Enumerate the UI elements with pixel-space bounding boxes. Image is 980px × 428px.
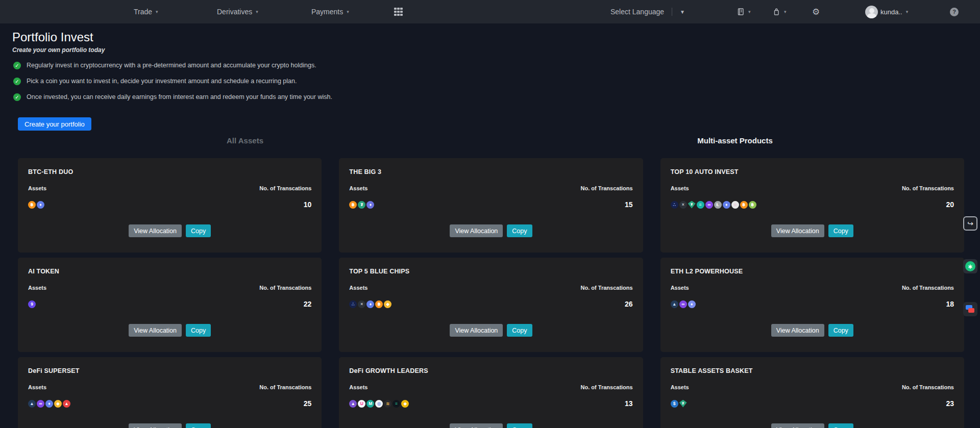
btc-icon: ฿ [28,201,36,209]
purple-peak-icon: ▲ [349,400,357,408]
transactions-label: No. of Transcations [259,285,311,291]
menu-derivatives[interactable]: Derivatives ▾ [217,0,258,23]
page-subtitle: Create your own portfolio today [12,46,968,54]
coin-icons: ▲UM◎≋≡◆ [349,400,410,408]
transactions-count: 18 [946,300,954,308]
coin-icons: ▲∞♦◆▲ [28,400,71,408]
portfolio-card: STABLE ASSETS BASKET Assets No. of Trans… [660,357,964,428]
coin-icons: ∴×♦฿◆ [349,300,393,308]
transactions-count: 13 [625,399,633,408]
view-allocation-button[interactable]: View Allocation [771,324,824,337]
view-allocation-button[interactable]: View Allocation [771,224,824,237]
arb-icon: ▲ [671,300,678,308]
transactions-label: No. of Transcations [581,285,633,291]
wallet-menu[interactable]: ▾ [772,0,787,23]
view-allocation-button[interactable]: View Allocation [450,324,503,337]
assets-label: Assets [28,285,46,291]
usdt-gem-icon: ₮ [679,400,687,408]
matic-icon: ∞ [37,400,44,408]
copy-button[interactable]: Copy [828,423,853,428]
orders-menu[interactable]: ▾ [737,0,751,23]
copy-button[interactable]: Copy [186,224,211,237]
view-allocation-button[interactable]: View Allocation [771,423,824,428]
gold-cube-icon: ◆ [401,400,409,408]
portfolio-card-title: BTC-ETH DUO [28,168,311,175]
portfolio-card: ETH L2 POWERHOUSE Assets No. of Transcat… [660,258,964,352]
create-portfolio-button[interactable]: Create your portfolio [18,117,91,131]
top-navbar: Trade ▾ Derivatives ▾ Payments ▾ Select … [0,0,980,23]
btc-icon: ฿ [375,300,383,308]
eth-icon: ♦ [366,300,374,308]
portfolio-card-title: TOP 5 BLUE CHIPS [349,268,632,275]
transactions-count: 15 [625,200,633,209]
transactions-label: No. of Transcations [581,185,633,192]
chat-bubble-icon [968,308,974,313]
view-allocation-button[interactable]: View Allocation [129,423,182,428]
chatgpt-extension-button[interactable]: ∗ [963,259,977,273]
section-tabs: All Assets Multi-asset Products [0,136,980,145]
tab-multi-asset-products[interactable]: Multi-asset Products [490,136,980,145]
language-dropdown-icon: ▼ [680,9,685,15]
menu-trade[interactable]: Trade ▾ [134,0,158,23]
username: kunda.. [880,8,902,16]
copy-button[interactable]: Copy [186,324,211,337]
copy-button[interactable]: Copy [186,423,211,428]
user-menu[interactable]: kunda.. ▾ [865,0,908,23]
coin-icons: ฿♦ [28,201,45,209]
chevron-down-icon: ▾ [156,9,158,14]
portfolio-card-title: AI TOKEN [28,268,311,275]
bullet-text: Once invested, you can receive daily ear… [27,93,332,100]
transactions-label: No. of Transcations [581,384,633,391]
check-icon: ✓ [13,78,21,85]
view-allocation-button[interactable]: View Allocation [129,324,182,337]
portfolio-card-grid: BTC-ETH DUO Assets No. of Transcations ฿… [18,158,964,428]
feature-bullet: ✓ Once invested, you can receive daily e… [13,93,968,101]
view-allocation-button[interactable]: View Allocation [450,423,503,428]
bch-icon: ฿ [749,201,756,209]
copy-button[interactable]: Copy [828,324,853,337]
feature-bullet: ✓ Regularly invest in cryptocurrency wit… [13,61,968,69]
language-selector[interactable]: Select Language ▼ [610,0,685,23]
menu-derivatives-label: Derivatives [217,8,252,16]
btc-icon: ฿ [740,201,748,209]
portfolio-card: DeFi GROWTH LEADERS Assets No. of Transc… [339,357,643,428]
avatar [865,6,878,18]
menu-payments-label: Payments [311,8,343,16]
portfolio-card: TOP 10 AUTO INVEST Assets No. of Transca… [660,158,964,253]
arb-icon: ▲ [28,400,36,408]
assets-label: Assets [349,285,368,291]
help-icon: ? [950,8,959,16]
chat-extension-button[interactable] [963,302,977,316]
view-allocation-button[interactable]: View Allocation [129,224,182,237]
transactions-label: No. of Transcations [259,384,311,391]
settings-button[interactable]: ⚙ [812,0,820,23]
copy-button[interactable]: Copy [507,224,532,237]
transactions-count: 22 [304,300,312,308]
chevron-down-icon: ▾ [784,9,787,14]
avax-icon: ▲ [63,400,70,408]
copy-button[interactable]: Copy [507,423,532,428]
btc-icon: ฿ [349,201,357,209]
tab-all-assets[interactable]: All Assets [0,136,490,145]
divider [672,8,672,16]
xrp-icon: × [679,201,687,209]
bullet-text: Regularly invest in cryptocurrency with … [27,62,316,69]
apps-grid-icon[interactable] [394,0,403,23]
copy-button[interactable]: Copy [507,324,532,337]
coin-icons: ▲∞♦ [671,300,697,308]
copy-button[interactable]: Copy [828,224,853,237]
grid-icon [394,8,403,16]
share-button[interactable]: ↪ [963,216,977,231]
help-button[interactable]: ? [950,0,959,23]
eth-icon: ♦ [45,400,53,408]
view-allocation-button[interactable]: View Allocation [450,224,503,237]
usdt-icon: ₮ [358,201,365,209]
usdc-icon: $ [671,400,678,408]
eth-icon: ♦ [366,201,374,209]
assets-label: Assets [28,185,46,192]
assets-label: Assets [28,384,46,391]
portfolio-card-title: TOP 10 AUTO INVEST [671,168,954,175]
mkr-icon: M [366,400,374,408]
menu-payments[interactable]: Payments ▾ [311,0,349,23]
gear-icon: ⚙ [812,7,820,17]
